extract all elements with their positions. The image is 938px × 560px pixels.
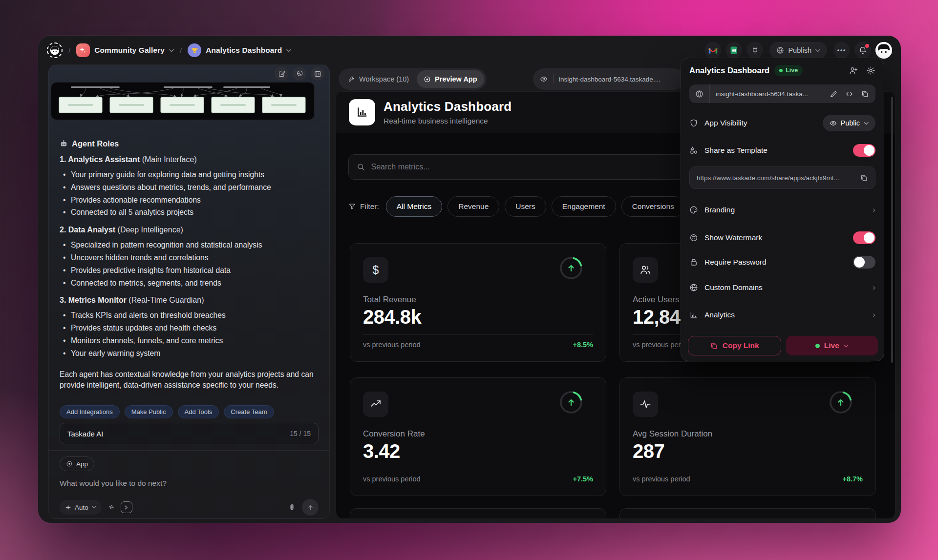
bullet-item: Provides status updates and health check…	[60, 322, 318, 334]
publish-button[interactable]: Publish	[769, 42, 827, 59]
chip-create-team[interactable]: Create Team	[224, 405, 274, 418]
trend-ring-icon	[559, 256, 583, 280]
edit-url-icon[interactable]	[830, 90, 838, 98]
metric-card-total-revenue[interactable]: $ Total Revenue 284.8k vs previous perio…	[350, 243, 606, 362]
template-url-text: https://www.taskade.com/share/apps/ackjt…	[697, 174, 855, 182]
filter-row: Filter: All Metrics Revenue Users Engage…	[348, 196, 685, 217]
filter-users[interactable]: Users	[505, 196, 546, 217]
share-as-template-toggle[interactable]	[853, 144, 875, 157]
require-password-row: Require Password	[689, 253, 875, 271]
custom-domains-row[interactable]: Custom Domains ›	[689, 279, 875, 296]
notifications-button[interactable]	[854, 42, 871, 59]
section-bullets: Specialized in pattern recognition and s…	[60, 239, 318, 289]
breadcrumb-label: Analytics Dashboard	[206, 46, 282, 55]
tab-preview-app[interactable]: Preview App	[417, 70, 484, 88]
live-status-button[interactable]: Live	[786, 336, 878, 355]
preview-address-bar[interactable]: insight-dashboard-5634.taskade....	[533, 68, 685, 90]
copy-link-button[interactable]: Copy Link	[688, 336, 781, 355]
terminal-button[interactable]	[121, 501, 132, 513]
eye-icon	[830, 120, 837, 127]
wand-icon[interactable]	[107, 504, 115, 511]
filter-all-metrics[interactable]: All Metrics	[386, 196, 442, 217]
mode-selector[interactable]: Auto	[60, 500, 102, 515]
breadcrumb-community-gallery[interactable]: Community Gallery	[76, 43, 174, 57]
metric-footnote: vs previous period	[363, 341, 421, 349]
filter-conversions[interactable]: Conversions	[621, 196, 685, 217]
sparkles-icon	[65, 504, 71, 511]
invite-user-icon[interactable]	[849, 66, 858, 75]
filter-revenue[interactable]: Revenue	[448, 196, 499, 217]
branding-row[interactable]: Branding ›	[689, 201, 875, 219]
chip-make-public[interactable]: Make Public	[125, 405, 173, 418]
agent-roles-text: Agent Roles 1. Analytics Assistant (Main…	[60, 139, 318, 391]
breadcrumb-analytics-dashboard[interactable]: Analytics Dashboard	[188, 43, 291, 57]
app-url-text: insight-dashboard-5634.taska...	[716, 90, 823, 98]
agent-name-field[interactable]: Taskade AI 15 / 15	[60, 423, 319, 444]
paperclip-icon[interactable]	[288, 503, 296, 512]
section-title: 1. Analytics Assistant (Main Interface)	[60, 155, 318, 164]
share-popover: Analytics Dashboard Live insight-dashboa…	[681, 58, 884, 361]
embed-code-icon[interactable]	[845, 90, 853, 98]
app-url-row[interactable]: insight-dashboard-5634.taska...	[689, 84, 875, 103]
metric-card-partial	[350, 508, 606, 519]
chevron-down-icon[interactable]	[286, 49, 291, 52]
edit-button[interactable]	[275, 67, 288, 81]
popover-title: Analytics Dashboard	[689, 66, 769, 75]
context-app-pill[interactable]: App	[60, 456, 94, 471]
row-label: Share as Template	[704, 146, 847, 155]
shapes-icon	[689, 146, 698, 155]
send-button[interactable]	[302, 499, 319, 516]
template-link-box[interactable]: https://www.taskade.com/share/apps/ackjt…	[689, 166, 875, 189]
workspace-avatar[interactable]	[47, 42, 63, 58]
show-watermark-toggle[interactable]	[853, 231, 875, 244]
metric-card-conversion-rate[interactable]: Conversion Rate 3.42 vs previous period …	[350, 377, 606, 496]
user-avatar[interactable]	[875, 42, 892, 59]
globe-icon	[689, 84, 710, 103]
metric-card-avg-session-duration[interactable]: Avg Session Duration 287 vs previous per…	[619, 377, 876, 496]
metric-value: 284.8k	[363, 306, 421, 328]
app-visibility-row: App Visibility Public	[689, 114, 875, 132]
agent-chat-panel: Agent Roles 1. Analytics Assistant (Main…	[48, 64, 330, 519]
bullet-item: Your primary guide for exploring data an…	[60, 168, 318, 181]
agent-roles-heading: Agent Roles	[60, 139, 318, 148]
bullet-item: Specialized in pattern recognition and s…	[60, 239, 318, 251]
require-password-toggle[interactable]	[853, 256, 875, 269]
visibility-select[interactable]: Public	[823, 115, 876, 131]
gear-icon[interactable]	[866, 66, 875, 75]
metric-label: Avg Session Duration	[633, 429, 712, 439]
composer-toolbar: Auto	[60, 499, 319, 516]
chevron-down-icon[interactable]	[169, 49, 174, 52]
section-bullets: Tracks KPIs and alerts on threshold brea…	[60, 309, 318, 359]
section-title: 3. Metrics Monitor (Real-Time Guardian)	[60, 296, 318, 305]
workflow-diagram[interactable]	[51, 82, 315, 120]
bullseye-icon	[424, 76, 431, 83]
chevron-down-icon	[815, 49, 820, 52]
chip-add-tools[interactable]: Add Tools	[178, 405, 219, 418]
bullet-item: Your early warning system	[60, 347, 318, 360]
analytics-row[interactable]: Analytics ›	[689, 306, 875, 324]
composer-input[interactable]: What would you like to do next?	[60, 479, 167, 488]
metric-value: 3.42	[363, 440, 400, 462]
more-options-button[interactable]: •••	[833, 42, 850, 59]
preview-scrollbar[interactable]	[891, 97, 893, 363]
section-title: 2. Data Analyst (Deep Intelligence)	[60, 226, 318, 234]
live-dot-icon	[815, 344, 820, 348]
divider	[49, 450, 329, 451]
copy-link-label: Copy Link	[723, 341, 759, 350]
chevron-down-icon	[864, 122, 869, 125]
google-sheets-integration-button[interactable]	[725, 42, 742, 59]
tab-workspace[interactable]: Workspace (10)	[341, 70, 416, 88]
history-button[interactable]	[293, 67, 306, 81]
chevron-right-icon: ›	[873, 310, 875, 320]
copy-icon[interactable]	[861, 90, 869, 98]
context-pill-label: App	[76, 460, 88, 468]
copy-icon[interactable]	[860, 174, 868, 182]
chevron-right-icon: ›	[873, 283, 875, 292]
gmail-integration-button[interactable]	[704, 42, 721, 59]
collapse-panel-button[interactable]	[311, 67, 324, 81]
filter-engagement[interactable]: Engagement	[552, 196, 616, 217]
copy-icon	[710, 342, 718, 350]
face-icon	[49, 45, 60, 56]
plugin-button[interactable]	[746, 42, 763, 59]
chip-add-integrations[interactable]: Add Integrations	[60, 405, 120, 418]
